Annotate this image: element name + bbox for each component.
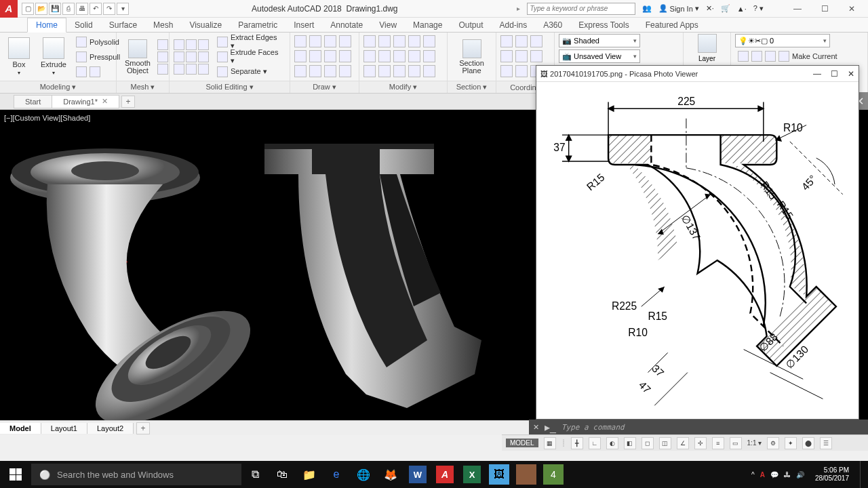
picasa-taskbar-icon[interactable]	[516, 464, 536, 485]
tab-view[interactable]: View	[371, 18, 405, 32]
cmdline-close-icon[interactable]: ✕	[533, 423, 539, 432]
mesh-icon-2[interactable]	[157, 52, 168, 62]
erase-icon[interactable]	[408, 35, 420, 47]
tab-mesh[interactable]: Mesh	[145, 18, 181, 32]
spline-icon[interactable]	[309, 50, 321, 62]
c-icon[interactable]	[530, 35, 542, 47]
picasa-titlebar[interactable]: 🖼 20170410191705.png - Picasa Photo View…	[536, 66, 859, 82]
tpy-icon[interactable]: ▭	[730, 437, 742, 449]
se-icon[interactable]	[198, 64, 209, 75]
keyword-search[interactable]	[527, 3, 635, 15]
qat-print-icon[interactable]: 🖶	[76, 3, 88, 15]
c-icon[interactable]	[500, 65, 513, 77]
cust-icon[interactable]: ☰	[820, 437, 832, 449]
tab-surface[interactable]: Surface	[101, 18, 145, 32]
tab-express[interactable]: Express Tools	[570, 18, 637, 32]
tray-vol-icon[interactable]: 🔊	[796, 471, 804, 479]
presspull-button[interactable]: Presspull	[73, 50, 123, 64]
start-button[interactable]	[0, 461, 31, 488]
close-tab-icon[interactable]: ✕	[102, 97, 108, 106]
panel-mesh[interactable]: Mesh ▾	[117, 81, 169, 93]
taskbar-search[interactable]: ⚪Search the web and Windows	[31, 464, 241, 485]
tray-net-icon[interactable]: 🖧	[784, 471, 791, 479]
panel-solid-editing[interactable]: Solid Editing ▾	[170, 81, 290, 93]
copy-icon[interactable]	[363, 50, 376, 62]
c-icon[interactable]	[515, 65, 528, 77]
lwt-icon[interactable]: ≡	[712, 437, 724, 449]
layer-props-icon[interactable]	[698, 34, 717, 53]
c-icon[interactable]	[530, 50, 542, 62]
qat-new-icon[interactable]: ▢	[22, 3, 34, 15]
tray-a-icon[interactable]: A	[760, 471, 765, 479]
tab-addins[interactable]: Add-ins	[492, 18, 536, 32]
taskview-icon[interactable]: ⧉	[241, 461, 269, 488]
a360-icon[interactable]: ▲·	[737, 5, 747, 13]
infocenter-icon[interactable]: 👥	[642, 4, 652, 13]
rect-icon[interactable]	[294, 50, 307, 62]
panel-section[interactable]: Section ▾	[448, 81, 496, 93]
move-icon[interactable]	[363, 35, 376, 47]
add-layout-button[interactable]: +	[136, 422, 150, 434]
picasa-maximize[interactable]: ☐	[831, 69, 838, 79]
mesh-icon-1[interactable]	[157, 39, 168, 50]
c-icon[interactable]	[500, 50, 513, 62]
ws-icon[interactable]: ⬤	[802, 437, 814, 449]
ellipse-icon[interactable]	[324, 50, 336, 62]
iso-icon[interactable]: ◧	[624, 437, 636, 449]
point-icon[interactable]	[294, 65, 307, 77]
break-icon[interactable]	[423, 65, 435, 77]
stretch-icon[interactable]	[363, 65, 376, 77]
close-button[interactable]: ✕	[838, 2, 865, 16]
show-desktop[interactable]	[860, 461, 864, 488]
qat-undo-icon[interactable]: ↶	[90, 3, 102, 15]
command-input[interactable]: Type a command	[561, 423, 864, 432]
exchange-icon[interactable]: ✕·	[706, 4, 714, 13]
app-logo[interactable]: A	[0, 0, 18, 18]
donut-icon[interactable]	[339, 65, 351, 77]
region-icon[interactable]	[309, 65, 321, 77]
qat-open-icon[interactable]: 📂	[35, 3, 47, 15]
qat-save-icon[interactable]: 💾	[49, 3, 61, 15]
word-icon[interactable]: W	[409, 466, 427, 483]
tab-start[interactable]: Start	[14, 95, 52, 108]
explorer-icon[interactable]: 📁	[296, 461, 323, 488]
se-icon[interactable]	[174, 39, 184, 50]
picasa-close[interactable]: ✕	[848, 69, 854, 79]
tray-action-icon[interactable]: 💬	[770, 471, 778, 479]
revolve-icon[interactable]	[73, 65, 123, 79]
panel-draw[interactable]: Draw ▾	[290, 81, 359, 93]
trim-icon[interactable]	[393, 35, 406, 47]
picasa-minimize[interactable]: —	[813, 69, 821, 79]
snap-icon[interactable]: ╋	[571, 437, 583, 449]
extract-edges-button[interactable]: Extract Edges ▾	[214, 35, 285, 49]
tab-visualize[interactable]: Visualize	[181, 18, 230, 32]
qat-saveas-icon[interactable]: ⎙	[62, 3, 75, 15]
help-icon[interactable]: ? ▾	[753, 4, 764, 13]
title-menu-chevron[interactable]: ▸	[517, 5, 520, 12]
panel-modify[interactable]: Modify ▾	[359, 81, 447, 93]
layer-combo[interactable]: 💡☀✂▢ 0	[735, 34, 830, 47]
gear-icon[interactable]: ⚙	[767, 437, 779, 449]
tab-output[interactable]: Output	[450, 18, 491, 32]
photos-icon[interactable]: 🖼	[489, 464, 509, 485]
command-line[interactable]: ✕ ▸_ Type a command	[529, 420, 868, 434]
tab-featured[interactable]: Featured Apps	[637, 18, 707, 32]
signin-button[interactable]: 👤 Sign In ▾	[658, 4, 699, 13]
tab-manage[interactable]: Manage	[405, 18, 450, 32]
view-combo[interactable]: 📺 Unsaved View	[559, 49, 640, 63]
hatch-icon[interactable]	[339, 50, 351, 62]
tab-annotate[interactable]: Annotate	[322, 18, 371, 32]
otrack-icon[interactable]: ∠	[677, 437, 689, 449]
helix-icon[interactable]	[324, 65, 336, 77]
se-icon[interactable]	[198, 52, 209, 62]
panel-modeling[interactable]: Modeling ▾	[0, 81, 116, 93]
firefox-icon[interactable]: 🦊	[377, 461, 404, 488]
modeltab-model[interactable]: Model	[0, 423, 41, 434]
excel-icon[interactable]: X	[463, 466, 481, 483]
ortho-icon[interactable]: ∟	[589, 437, 601, 449]
app4-icon[interactable]: 4	[543, 464, 564, 485]
tray-up-icon[interactable]: ^	[751, 471, 755, 479]
autocad-icon[interactable]: A	[436, 466, 454, 483]
mirror-icon[interactable]	[378, 50, 391, 62]
grid-icon[interactable]: ▦	[544, 437, 556, 449]
